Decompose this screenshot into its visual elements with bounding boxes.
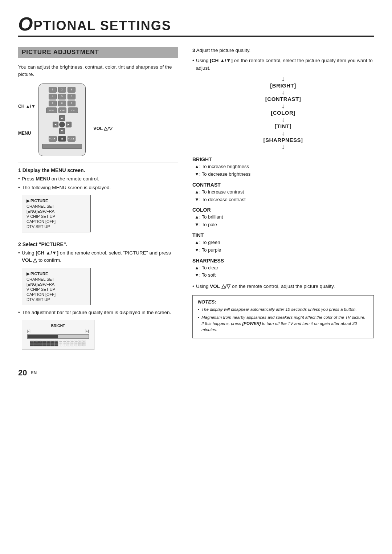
- remote-btn-row-5: VOL▼ ◉ VOL▲: [49, 136, 75, 142]
- btn-0: 0/10: [46, 107, 57, 113]
- btn-5: 5: [58, 94, 66, 99]
- qs-tint: TINT ▲: To green ▼: To purple: [192, 232, 374, 254]
- header-rest: PTIONAL SETTINGS: [33, 18, 171, 33]
- notes-title: NOTES:: [198, 299, 368, 305]
- right-column: 3 Adjust the picture quality. Using [CH …: [192, 47, 374, 354]
- page-lang: EN: [30, 370, 37, 375]
- btn-ch: CH: [68, 107, 78, 113]
- step3-number: 3: [192, 48, 195, 53]
- step1-bullet1: Press MENU on the remote control.: [18, 175, 178, 183]
- pq-contrast: ↓ [CONTRAST]: [265, 89, 301, 103]
- remote-btn-bottom-bar: [42, 144, 82, 149]
- adj-bar-blocks: ▓▓▓▓▓▓▓░░░░░░░: [27, 340, 89, 346]
- pq-bright-label: [BRIGHT]: [270, 82, 296, 89]
- vol-bold-2: VOL △: [22, 257, 37, 263]
- step1-bullet2: The following MENU screen is displayed.: [18, 184, 178, 191]
- remote-diagram: CH ▲/▼ MENU 1 2 3 4 5 6 7 8: [18, 83, 178, 156]
- btn-6: 6: [68, 94, 75, 99]
- adj-bar-right: [+]: [85, 329, 89, 333]
- menu-label: MENU: [18, 131, 36, 136]
- note-1: The display will disappear automatically…: [198, 306, 368, 313]
- menu-item-channel-1: CHANNEL SET: [26, 204, 86, 209]
- left-column: PICTURE ADJUSTMENT You can adjust the br…: [18, 47, 178, 354]
- page-footer: 20 EN: [18, 368, 374, 378]
- adj-bar-left: [-]: [27, 329, 30, 333]
- qs-contrast-down: ▼: To decrease contrast: [192, 196, 374, 204]
- qs-sharpness-up: ▲: To clear: [192, 264, 374, 272]
- pq-arrow-3: ↓: [281, 116, 285, 123]
- remote-btn-row-2: 4 5 6: [49, 94, 75, 99]
- step2-number: 2 Select "PICTURE".: [18, 241, 178, 247]
- qs-color-down: ▼: To pale: [192, 221, 374, 229]
- page-header: O PTIONAL SETTINGS: [18, 15, 374, 37]
- adj-bar-title: BRIGHT: [27, 324, 89, 328]
- qs-bright-up: ▲: To increase brightness: [192, 163, 374, 171]
- menu-item-picture-2: PICTURE: [26, 271, 86, 277]
- step1-text: Display the MENU screen.: [23, 167, 85, 173]
- dpad-left: ◀: [53, 122, 58, 127]
- btn-vol-down: VOL▼: [49, 136, 57, 142]
- vol-adjust-bullet: Using VOL △/▽ on the remote control, adj…: [192, 283, 374, 290]
- menu-item-vchip-2: V-CHIP SET UP: [26, 287, 86, 292]
- adj-bar-track: [27, 334, 89, 339]
- remote-btn-row-1: 1 2 3: [49, 87, 75, 93]
- power-bold: [POWER]: [242, 321, 261, 326]
- btn-9: 9: [68, 101, 75, 106]
- vol-bold-3: VOL △/▽: [210, 284, 230, 289]
- btn-mute: ◉: [58, 136, 66, 142]
- menu-item-picture-1: PICTURE: [26, 198, 86, 204]
- pq-color: ↓ [COLOR]: [271, 103, 295, 117]
- remote-body: 1 2 3 4 5 6 7 8 9 0/10 +100 CH: [38, 83, 86, 156]
- qs-bright-heading: BRIGHT: [192, 156, 374, 162]
- step2-bullet1: Using [CH ▲/▼] on the remote control, se…: [18, 249, 178, 264]
- step2-bullet2: The adjustment bar for picture quality i…: [18, 309, 178, 316]
- menu-item-channel-2: CHANNEL SET: [26, 277, 86, 282]
- pq-arrow-2: ↓: [282, 103, 285, 109]
- qs-tint-up: ▲: To green: [192, 239, 374, 247]
- menu-item-dtv-2: DTV SET UP: [26, 297, 86, 302]
- remote-btn-row-3: 7 8 9: [49, 101, 75, 106]
- pq-arrow-1: ↓: [281, 89, 285, 95]
- menu-item-dtv-1: DTV SET UP: [26, 224, 86, 229]
- menu-item-vchip-1: V-CHIP SET UP: [26, 214, 86, 219]
- btn-2: 2: [58, 87, 66, 93]
- pq-arrow-5: ↓: [281, 143, 285, 150]
- qs-bright-down: ▼: To decrease brightness: [192, 171, 374, 178]
- menu-item-caption-1: CAPTION [OFF]: [26, 219, 86, 224]
- dpad-up: ▲: [59, 115, 65, 121]
- btn-4: 4: [49, 94, 57, 99]
- dpad: ▲ ▼ ◀ ▶: [53, 115, 72, 134]
- ch-label: CH ▲/▼: [18, 104, 36, 109]
- menu-item-lang-2: [ENG]ESP/FRA: [26, 282, 86, 287]
- step3-bullet: Using [CH ▲/▼] on the remote control, se…: [192, 57, 374, 72]
- qs-contrast-heading: CONTRAST: [192, 182, 374, 188]
- qs-color-heading: COLOR: [192, 207, 374, 213]
- main-content: PICTURE ADJUSTMENT You can adjust the br…: [18, 47, 374, 354]
- qs-tint-down: ▼: To purple: [192, 247, 374, 254]
- dpad-down: ▼: [59, 128, 65, 134]
- intro-text: You can adjust the brightness, contrast,…: [18, 64, 178, 78]
- adj-bar-label: [-] [+]: [27, 329, 89, 333]
- pq-tint: ↓ [TINT]: [275, 116, 291, 130]
- pq-diagram: ↓ [BRIGHT] ↓ [CONTRAST] ↓ [COLOR] ↓ [TIN…: [192, 76, 374, 150]
- qs-bright: BRIGHT ▲: To increase brightness ▼: To d…: [192, 156, 374, 178]
- notes-box: NOTES: The display will disappear automa…: [192, 295, 374, 338]
- note-2: Magnetism from nearby appliances and spe…: [198, 314, 368, 333]
- adj-bar-fill: [28, 335, 58, 338]
- header-letter: O: [18, 15, 33, 33]
- remote-btn-row-4: 0/10 +100 CH: [46, 107, 78, 113]
- btn-8: 8: [58, 101, 66, 106]
- vol-label: VOL △/▽: [93, 126, 112, 131]
- section-heading: PICTURE ADJUSTMENT: [18, 47, 178, 58]
- menu-screen-1: PICTURE CHANNEL SET [ENG]ESP/FRA V-CHIP …: [22, 195, 91, 232]
- qs-contrast: CONTRAST ▲: To increase contrast ▼: To d…: [192, 182, 374, 204]
- qs-sharpness-heading: SHARPNESS: [192, 258, 374, 264]
- step3-intro: 3 Adjust the picture quality.: [192, 47, 374, 54]
- ch-bold-3: [CH ▲/▼]: [210, 58, 233, 63]
- ch-bold-2: [CH ▲/▼]: [36, 250, 58, 256]
- btn-100: +100: [58, 107, 66, 113]
- btn-1: 1: [49, 87, 57, 93]
- divider-1: [18, 163, 178, 163]
- pq-bright: ↓ [BRIGHT]: [270, 76, 296, 89]
- menu-bold: MENU: [36, 176, 50, 182]
